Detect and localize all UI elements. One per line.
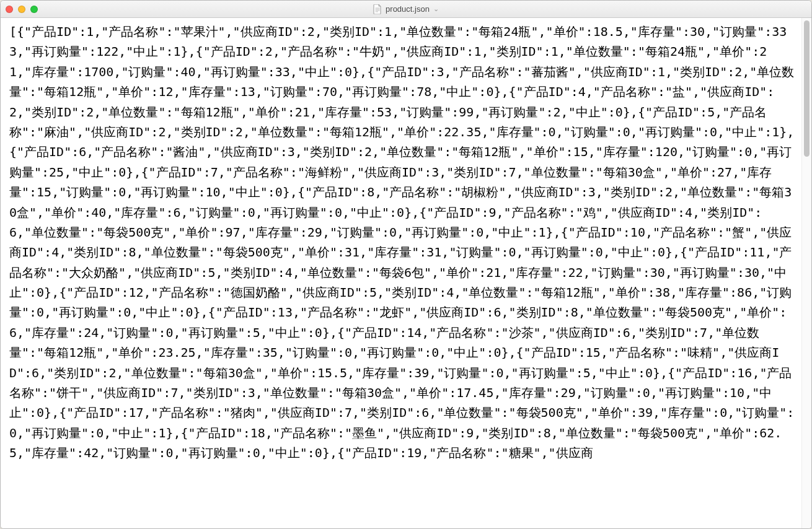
scrollbar-thumb[interactable] — [804, 20, 810, 157]
content-area: [{"产品ID":1,"产品名称":"苹果汁","供应商ID":2,"类别ID"… — [1, 18, 811, 528]
window-title: product.json ⌄ — [1, 1, 811, 17]
window-title-text: product.json — [386, 4, 430, 14]
zoom-button[interactable] — [30, 6, 38, 13]
traffic-lights — [6, 6, 38, 13]
title-dropdown-icon[interactable]: ⌄ — [433, 5, 439, 13]
document-icon — [373, 4, 382, 14]
vertical-scrollbar[interactable] — [801, 18, 811, 528]
file-text[interactable]: [{"产品ID":1,"产品名称":"苹果汁","供应商ID":2,"类别ID"… — [1, 18, 801, 528]
close-button[interactable] — [6, 6, 13, 13]
editor-window: product.json ⌄ [{"产品ID":1,"产品名称":"苹果汁","… — [0, 0, 812, 529]
minimize-button[interactable] — [18, 6, 25, 13]
titlebar[interactable]: product.json ⌄ — [1, 1, 811, 18]
